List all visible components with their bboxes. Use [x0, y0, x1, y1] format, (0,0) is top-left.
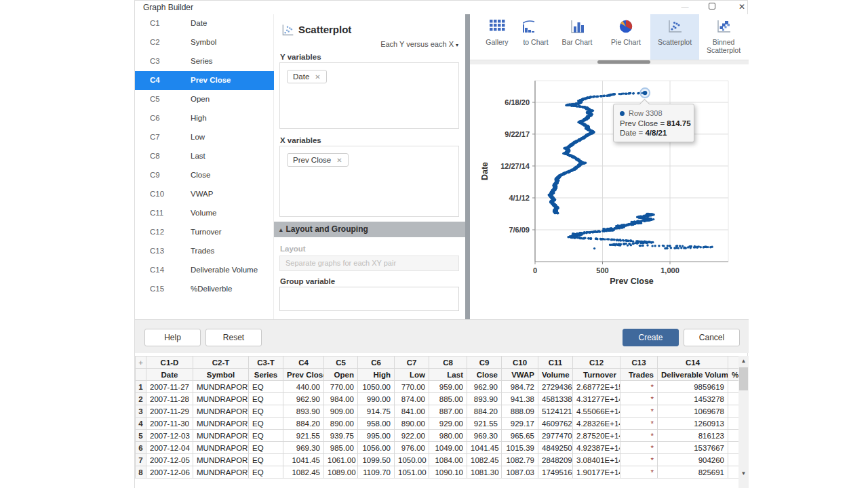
worksheet-cell[interactable]: 959.00	[429, 381, 467, 393]
worksheet-cell[interactable]: 2007-12-05	[146, 454, 193, 466]
worksheet-cell[interactable]: 1050.00	[395, 454, 429, 466]
worksheet-cell[interactable]: 1537667	[658, 442, 728, 454]
column-id-header[interactable]: C14	[658, 357, 728, 369]
worksheet-cell[interactable]: 995.00	[358, 430, 395, 442]
worksheet-cell[interactable]: 1081.30	[467, 466, 502, 479]
column-name-header[interactable]: VWAP	[502, 369, 538, 381]
gallery-tile-pie-chart[interactable]: Pie Chart	[601, 14, 650, 60]
maximize-button[interactable]	[702, 1, 722, 14]
worksheet-cell[interactable]: 990.00	[358, 393, 395, 405]
column-name-header[interactable]: Turnover	[573, 369, 620, 381]
worksheet-cell[interactable]: *	[620, 393, 658, 405]
worksheet-cell[interactable]: EQ	[249, 442, 283, 454]
worksheet-cell[interactable]: 1061.00	[324, 454, 358, 466]
worksheet-cell[interactable]: 888.09	[502, 405, 538, 418]
worksheet-cell[interactable]: 1041.45	[283, 454, 324, 466]
worksheet-cell[interactable]: MUNDRAPORT	[193, 430, 249, 442]
y-variable-chip[interactable]: Date✕	[287, 70, 327, 83]
worksheet-cell[interactable]: 4.28326E+14	[573, 418, 620, 430]
column-id-header[interactable]: C8	[429, 357, 467, 369]
worksheet-cell[interactable]: 884.20	[467, 405, 502, 418]
worksheet-cell[interactable]: 984.72	[502, 381, 538, 393]
scroll-down-icon[interactable]: ▼	[738, 468, 749, 479]
column-list-item-c5[interactable]: C5Open	[135, 90, 274, 109]
worksheet-cell[interactable]: 885.00	[429, 393, 467, 405]
worksheet-cell[interactable]: 1084.00	[429, 454, 467, 466]
column-name-header[interactable]: Prev Close	[283, 369, 324, 381]
worksheet-cell[interactable]: 965.65	[502, 430, 538, 442]
worksheet-cell[interactable]: *	[620, 405, 658, 418]
column-list-item-c13[interactable]: C13Trades	[135, 242, 274, 261]
column-id-header[interactable]: +	[136, 357, 146, 369]
worksheet-cell[interactable]: *	[620, 466, 658, 479]
worksheet-cell[interactable]: 1051.00	[395, 466, 429, 479]
worksheet-cell[interactable]: 929.17	[502, 418, 538, 430]
worksheet-cell[interactable]: 1087.03	[502, 466, 538, 479]
gallery-tile-scatterplot[interactable]: Scatterplot	[650, 14, 699, 60]
worksheet-cell[interactable]: 884.20	[283, 418, 324, 430]
worksheet-cell[interactable]: 5	[136, 430, 146, 442]
worksheet-cell[interactable]: 2007-12-04	[146, 442, 193, 454]
column-name-header[interactable]: Volume	[538, 369, 573, 381]
worksheet-cell[interactable]: 1082.45	[283, 466, 324, 479]
builder-panel-scrollbar[interactable]	[465, 14, 470, 319]
worksheet-cell[interactable]: 909.00	[324, 405, 358, 418]
x-variable-chip[interactable]: Prev Close✕	[287, 153, 349, 167]
worksheet-cell[interactable]: 1.90177E+14	[573, 466, 620, 479]
column-id-header[interactable]: C10	[502, 357, 538, 369]
column-id-header[interactable]: C1-D	[146, 357, 193, 369]
create-button[interactable]: Create	[623, 329, 679, 346]
column-list-item-c6[interactable]: C6High	[135, 109, 274, 128]
column-name-header[interactable]: Close	[467, 369, 502, 381]
worksheet-cell[interactable]: 2848209	[538, 454, 573, 466]
column-list-item-c8[interactable]: C8Last	[135, 147, 274, 166]
worksheet-cell[interactable]: 1041.45	[467, 442, 502, 454]
column-list-item-c1[interactable]: C1Date	[135, 14, 274, 33]
worksheet-cell[interactable]: 958.00	[358, 418, 395, 430]
worksheet-cell[interactable]: 1749516	[538, 466, 573, 479]
gallery-tile-binned-scatterplot[interactable]: BinnedScatterplot	[699, 14, 748, 60]
worksheet-cell[interactable]: 2	[136, 393, 146, 405]
worksheet-cell[interactable]: 1090.10	[429, 466, 467, 479]
worksheet-cell[interactable]: 2977470	[538, 430, 573, 442]
column-id-header[interactable]: C11	[538, 357, 573, 369]
worksheet-cell[interactable]: 2007-11-29	[146, 405, 193, 418]
worksheet-cell[interactable]: 4609762	[538, 418, 573, 430]
worksheet-cell[interactable]	[728, 466, 739, 479]
worksheet-cell[interactable]: 3	[136, 405, 146, 418]
worksheet-cell[interactable]: 1082.45	[467, 454, 502, 466]
help-button[interactable]: Help	[144, 329, 201, 346]
column-id-header[interactable]: C6	[358, 357, 395, 369]
worksheet-cell[interactable]	[728, 442, 739, 454]
worksheet-cell[interactable]	[728, 418, 739, 430]
worksheet-cell[interactable]: 969.30	[467, 430, 502, 442]
worksheet-cell[interactable]: 8	[136, 466, 146, 479]
gallery-tile-bar-chart[interactable]: Bar Chart	[553, 14, 601, 60]
worksheet-cell[interactable]: 904260	[658, 454, 728, 466]
worksheet-cell[interactable]: 887.00	[429, 405, 467, 418]
worksheet-cell[interactable]: 980.00	[429, 430, 467, 442]
worksheet-cell[interactable]	[728, 393, 739, 405]
worksheet-cell[interactable]: 27294366	[538, 381, 573, 393]
column-list-item-c3[interactable]: C3Series	[135, 52, 274, 71]
worksheet-cell[interactable]: 890.00	[324, 418, 358, 430]
column-name-header[interactable]	[136, 369, 146, 381]
worksheet-scrollbar-thumb[interactable]	[739, 367, 748, 390]
worksheet-cell[interactable]: 2007-11-30	[146, 418, 193, 430]
group-variable-dropzone[interactable]	[279, 287, 459, 311]
worksheet-cell[interactable]: 7	[136, 454, 146, 466]
column-list-item-c14[interactable]: C14Deliverable Volume	[135, 261, 274, 280]
x-variables-dropzone[interactable]: Prev Close✕	[279, 146, 459, 217]
worksheet-cell[interactable]: 2007-11-28	[146, 393, 193, 405]
gallery-tile-gallery[interactable]: Gallery	[473, 14, 521, 60]
column-name-header[interactable]: Series	[249, 369, 283, 381]
column-list-item-c15[interactable]: C15%Deliverble	[135, 280, 274, 299]
column-id-header[interactable]: C12	[573, 357, 620, 369]
worksheet-cell[interactable]: 962.90	[283, 393, 324, 405]
layout-grouping-section-header[interactable]: ▴Layout and Grouping	[274, 222, 465, 237]
worksheet-cell[interactable]: 1082.79	[502, 454, 538, 466]
scatter-plot[interactable]: 6/18/209/22/1712/27/144/1/127/6/0905001,…	[470, 64, 749, 322]
worksheet-cell[interactable]: 1089.00	[324, 466, 358, 479]
worksheet-cell[interactable]: 914.75	[358, 405, 395, 418]
worksheet-cell[interactable]: 2007-11-27	[146, 381, 193, 393]
